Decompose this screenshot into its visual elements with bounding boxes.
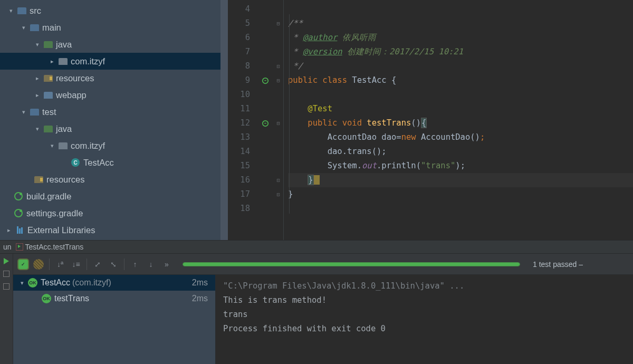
console-line: Process finished with exit code 0 [223,322,626,336]
chevron-down-icon[interactable] [34,41,41,48]
sort-duration-icon[interactable]: ↓≡ [71,259,81,270]
run-tool-window: ✓ ↓ª ↓≡ ⤢ ⤡ ↑ ↓ » 1 test passed – OK Tes… [0,254,633,364]
chevron-down-icon[interactable] [49,142,56,149]
tree-label: resources [46,175,84,185]
tree-build-gradle[interactable]: build.gradle [0,188,228,205]
class-icon: C [71,158,80,167]
tree-package-test[interactable]: com.itzyf [0,137,228,154]
library-icon [17,226,23,234]
gutter-markers[interactable] [257,0,273,240]
show-passed-icon[interactable]: ✓ [18,260,28,269]
chevron-right-icon[interactable] [5,227,13,234]
test-method-node[interactable]: OK testTrans 2ms [13,291,215,306]
test-run-tab[interactable]: TestAcc.testTrans [16,243,84,251]
chevron-right-icon[interactable] [49,58,56,65]
tree-webapp[interactable]: webapp [0,87,228,103]
test-class-label: TestAcc [41,278,70,288]
chevron-down-icon[interactable] [20,24,27,31]
folder-icon [17,7,26,14]
test-ok-icon: OK [28,278,37,288]
tree-java-test[interactable]: java [0,120,228,137]
collapse-all-icon[interactable]: ⤡ [108,259,119,270]
test-ok-icon: OK [42,294,51,303]
test-results-tree[interactable]: OK TestAcc (com.itzyf) 2ms OK testTrans … [13,275,216,364]
next-test-icon[interactable]: ↓ [146,259,156,270]
test-duration: 2ms [192,294,208,303]
sort-alphabetical-icon[interactable]: ↓ª [55,259,65,270]
chevron-right-icon[interactable] [34,92,41,99]
tree-label: java [56,124,72,134]
tree-label: main [42,23,61,33]
folder-icon [30,24,39,31]
run-side-toolbar[interactable] [0,254,13,364]
tree-label: java [56,40,72,50]
tree-label: webapp [56,90,87,100]
tree-label: build.gradle [26,191,71,202]
run-test-method-icon[interactable] [257,116,273,130]
tree-src[interactable]: src [0,2,228,19]
tree-label: TestAcc [83,158,114,168]
expand-all-icon[interactable]: ⤢ [92,259,103,270]
tree-java-main[interactable]: java [0,36,228,53]
tree-label: com.itzyf [71,56,105,66]
chevron-down-icon[interactable] [7,7,15,14]
toggle-button[interactable] [3,283,9,290]
gradle-icon [14,192,23,200]
tree-main[interactable]: main [0,19,228,36]
chevron-right-icon[interactable] [34,75,41,82]
prev-test-icon[interactable]: ↑ [130,259,140,270]
folder-icon [44,41,53,48]
tree-resources-main[interactable]: resources [0,70,228,87]
run-config-icon [16,243,23,251]
resources-icon [44,75,53,82]
console-output[interactable]: "C:\Program Files\Java\jdk1.8.0_111\bin\… [216,275,633,364]
tree-package-main[interactable]: com.itzyf [0,53,228,70]
run-tab[interactable]: un [3,243,12,251]
code-editor[interactable]: 456789101112131415161718 ⊟⊡⊟⊟⊡⊡ /** * @a… [228,0,633,240]
folder-icon [30,109,39,116]
chevron-down-icon[interactable] [20,109,27,116]
folder-icon [44,92,53,99]
tree-testacc-file[interactable]: CTestAcc [0,154,228,171]
chevron-down-icon[interactable] [34,126,41,132]
tool-window-tabs[interactable]: un TestAcc.testTrans [0,240,633,254]
show-ignored-icon[interactable] [33,259,44,270]
tree-label: settings.gradle [26,208,83,218]
separator [87,258,87,270]
tree-test[interactable]: test [0,103,228,120]
package-icon [59,58,68,65]
test-progress-bar [183,262,520,266]
run-test-class-icon[interactable] [257,73,273,88]
more-icon[interactable]: » [161,259,172,270]
separator [49,258,50,270]
console-line: This is trans method! [223,293,626,308]
code-content[interactable]: /** * @author 依风听雨 * @version 创建时间：2017/… [284,0,633,216]
test-package-label: (com.itzyf) [72,278,111,288]
toggle-button[interactable] [3,271,9,277]
tree-label: test [42,107,56,117]
fold-gutter[interactable]: ⊟⊡⊟⊟⊡⊡ [273,0,284,240]
line-number-gutter: 456789101112131415161718 [228,0,257,240]
project-tree[interactable]: src main java com.itzyf resources webapp… [0,0,228,238]
console-line: "C:\Program Files\Java\jdk1.8.0_111\bin\… [223,279,626,293]
resources-icon [34,176,43,183]
tree-label: src [30,6,41,16]
folder-icon [44,126,53,132]
console-line: trans [223,308,626,322]
test-class-node[interactable]: OK TestAcc (com.itzyf) 2ms [13,275,215,291]
test-method-label: testTrans [54,294,89,303]
project-tree-sidebar[interactable]: src main java com.itzyf resources webapp… [0,0,228,240]
project-tree-scrollbar[interactable] [220,0,228,240]
package-icon [59,142,68,149]
test-result-summary: 1 test passed – [533,260,586,269]
test-toolbar[interactable]: ✓ ↓ª ↓≡ ⤢ ⤡ ↑ ↓ » 1 test passed – [13,254,633,275]
separator [124,258,124,270]
tree-settings-gradle[interactable]: settings.gradle [0,205,228,222]
gradle-icon [14,209,23,217]
tree-resources-test[interactable]: resources [0,171,228,188]
chevron-down-icon[interactable] [18,280,26,286]
tree-label: resources [56,73,94,83]
tree-label: External Libraries [27,225,95,235]
tree-external-libraries[interactable]: External Libraries [0,222,228,238]
rerun-button[interactable] [4,258,9,264]
